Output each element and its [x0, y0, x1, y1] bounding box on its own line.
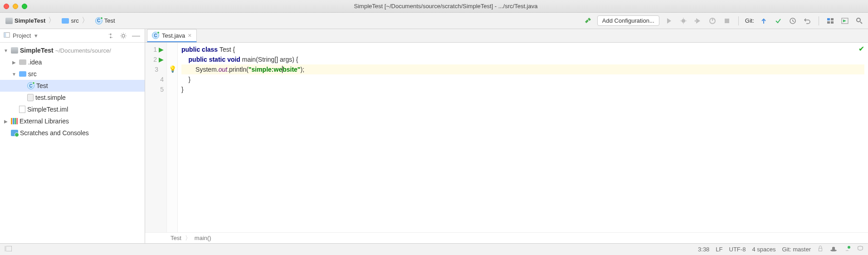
editor-tab-active[interactable]: C Test.java × — [147, 29, 197, 42]
breadcrumb-folder[interactable]: src 〉 — [60, 15, 91, 26]
git-commit-icon[interactable] — [773, 16, 783, 26]
disclosure-triangle-icon[interactable]: ▼ — [11, 72, 17, 77]
code-token: public static void — [181, 56, 242, 63]
debug-button[interactable] — [678, 16, 688, 26]
readonly-lock-icon[interactable] — [817, 245, 824, 253]
panel-icon — [4, 32, 10, 39]
memory-indicator-icon[interactable] — [844, 245, 851, 253]
disclosure-triangle-icon[interactable]: ▶ — [3, 119, 9, 124]
close-window-button[interactable] — [4, 4, 9, 9]
stop-button[interactable] — [722, 16, 732, 26]
tree-item-label: Test — [36, 82, 48, 89]
project-tree: ▼ SimpleTest ~/Documents/source/ ▶ .idea… — [0, 43, 145, 141]
status-bar: 3:38 LF UTF-8 4 spaces Git: master — [0, 243, 868, 255]
annotation-gutter: 💡 — [167, 43, 178, 232]
editor-area: C Test.java × 1▶ 2▶ 3 4 5 💡 public class… — [145, 29, 868, 243]
project-tool-window: Project ▾ — ▼ SimpleTest ~/Documents/sou… — [0, 29, 145, 243]
minimize-window-button[interactable] — [13, 4, 18, 9]
crumb-class[interactable]: Test — [171, 235, 181, 241]
window-titlebar: SimpleTest [~/Documents/source/scratch/S… — [0, 0, 868, 13]
hide-tool-window-icon[interactable]: — — [131, 31, 141, 41]
tree-src-folder[interactable]: ▼ src — [0, 68, 145, 80]
git-history-icon[interactable] — [788, 16, 798, 26]
git-branch[interactable]: Git: master — [782, 246, 811, 253]
libraries-icon — [11, 118, 18, 124]
breadcrumb-file[interactable]: C Test — [93, 16, 117, 25]
svg-rect-10 — [827, 21, 830, 24]
project-view-label: Project — [13, 32, 31, 39]
code-token: } — [181, 86, 184, 93]
zoom-window-button[interactable] — [22, 4, 27, 9]
indent-settings[interactable]: 4 spaces — [752, 246, 775, 253]
line-number: 2 — [153, 56, 157, 63]
tree-scratches[interactable]: Scratches and Consoles — [0, 127, 145, 139]
run-anything-icon[interactable] — [840, 16, 850, 26]
line-number: 5 — [160, 86, 164, 93]
project-tool-header: Project ▾ — — [0, 29, 145, 43]
search-everywhere-icon[interactable] — [854, 16, 864, 26]
svg-point-0 — [682, 19, 685, 23]
code-token: out — [219, 66, 227, 73]
line-number-gutter[interactable]: 1▶ 2▶ 3 4 5 — [145, 43, 167, 232]
svg-point-17 — [110, 33, 112, 35]
code-editor[interactable]: 1▶ 2▶ 3 4 5 💡 public class Test { public… — [145, 43, 868, 232]
run-button[interactable] — [664, 16, 674, 26]
disclosure-triangle-icon[interactable]: ▼ — [3, 48, 9, 53]
git-revert-icon[interactable] — [802, 16, 812, 26]
project-view-selector[interactable]: Project ▾ — [13, 32, 103, 39]
git-update-icon[interactable] — [759, 16, 769, 26]
intention-bulb-icon[interactable]: 💡 — [169, 65, 176, 73]
scratches-icon — [11, 130, 18, 136]
tree-project-root[interactable]: ▼ SimpleTest ~/Documents/source/ — [0, 44, 145, 56]
svg-rect-16 — [4, 33, 6, 38]
folder-icon — [62, 18, 69, 24]
profile-button[interactable] — [707, 16, 717, 26]
breadcrumb-project-label: SimpleTest — [15, 17, 45, 24]
git-label: Git: — [745, 17, 754, 24]
run-gutter-icon[interactable]: ▶ — [159, 54, 164, 64]
breadcrumb-project[interactable]: SimpleTest 〉 — [4, 15, 58, 26]
coverage-button[interactable] — [693, 16, 703, 26]
folder-icon — [19, 59, 26, 65]
code-content[interactable]: public class Test { public static void m… — [178, 43, 868, 232]
crumb-method[interactable]: main() — [195, 235, 211, 241]
window-title: SimpleTest [~/Documents/source/scratch/S… — [27, 3, 864, 10]
svg-point-22 — [122, 34, 125, 37]
settings-gear-icon[interactable] — [118, 31, 128, 41]
close-tab-icon[interactable]: × — [188, 32, 191, 39]
file-icon — [27, 94, 34, 101]
toolbar-divider — [819, 16, 819, 25]
build-hammer-icon[interactable] — [583, 16, 593, 26]
tree-test-class[interactable]: C Test — [0, 80, 145, 92]
tree-idea-folder[interactable]: ▶ .idea — [0, 56, 145, 68]
chevron-right-icon: 〉 — [48, 16, 55, 25]
run-gutter-icon[interactable]: ▶ — [159, 44, 164, 54]
tree-item-label: External Libraries — [20, 118, 69, 125]
caret-position[interactable]: 3:38 — [698, 246, 709, 253]
tree-test-simple-file[interactable]: test.simple — [0, 92, 145, 103]
run-configuration-label: Add Configuration... — [602, 17, 654, 24]
module-file-icon — [19, 106, 25, 113]
svg-point-19 — [110, 36, 112, 38]
code-token: ); — [301, 66, 305, 73]
notifications-icon[interactable] — [857, 245, 863, 253]
run-configuration-selector[interactable]: Add Configuration... — [597, 15, 659, 26]
tree-project-path: ~/Documents/source/ — [55, 47, 111, 54]
project-structure-icon[interactable] — [825, 16, 835, 26]
svg-rect-24 — [5, 246, 6, 251]
editor-tabs: C Test.java × — [145, 29, 868, 43]
tree-iml-file[interactable]: SimpleTest.iml — [0, 103, 145, 115]
tree-external-libraries[interactable]: ▶ External Libraries — [0, 115, 145, 127]
main-toolbar: SimpleTest 〉 src 〉 C Test Add Configurat… — [0, 13, 868, 29]
file-encoding[interactable]: UTF-8 — [729, 246, 746, 253]
inspector-hat-icon[interactable] — [830, 245, 837, 253]
tool-window-quick-access-icon[interactable] — [5, 246, 12, 253]
project-icon — [11, 47, 18, 54]
svg-rect-6 — [725, 19, 729, 23]
disclosure-triangle-icon[interactable]: ▶ — [11, 60, 17, 65]
scroll-from-source-icon[interactable] — [106, 31, 116, 41]
project-icon — [5, 18, 13, 24]
inspection-ok-icon[interactable]: ✔ — [858, 44, 864, 53]
line-separator[interactable]: LF — [716, 246, 722, 253]
svg-rect-25 — [819, 248, 822, 251]
